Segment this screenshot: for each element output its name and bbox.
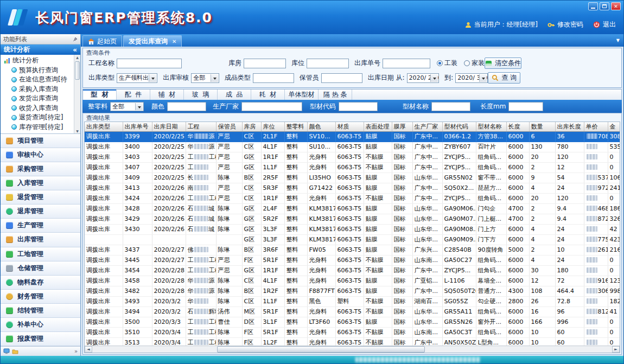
close-button[interactable]: ✕ <box>611 2 621 10</box>
cell[interactable] <box>584 142 608 152</box>
cell[interactable]: C区 <box>242 296 261 306</box>
cell[interactable]: 石城 <box>186 203 216 214</box>
cell[interactable]: 整料 <box>284 276 307 286</box>
cell[interactable]: 2020/3/4 <box>152 327 186 337</box>
cell[interactable]: 537 <box>584 173 608 183</box>
cell[interactable] <box>152 234 186 245</box>
location-input[interactable] <box>307 59 349 68</box>
cell[interactable]: 整料 <box>284 203 307 214</box>
cell[interactable]: 广东中... <box>412 286 442 296</box>
cell[interactable]: 广东兴... <box>412 245 442 255</box>
table-row[interactable]: 调拨出库34932020/3/2华陈琳C区1L1F整料黑色塑料不贴膜国标湖南百.… <box>85 296 620 306</box>
cell[interactable]: 贴膜 <box>364 245 392 255</box>
cell[interactable]: 2020/2/25 <box>152 142 186 152</box>
tree-item[interactable]: 在途信息查询[待 <box>3 75 73 85</box>
cell[interactable]: 26 <box>529 296 555 306</box>
cell[interactable]: 调拨出库 <box>85 214 123 224</box>
cell[interactable]: 调拨出库 <box>85 183 123 193</box>
material-tab[interactable]: 成 品 <box>218 90 251 100</box>
cell[interactable]: FW05 <box>307 245 335 255</box>
cell[interactable]: 972 <box>584 183 608 193</box>
cell[interactable]: 贴膜 <box>364 224 392 234</box>
sidebar-menu-item[interactable]: 退货管理 <box>1 190 80 205</box>
cell[interactable]: G区 <box>242 152 261 162</box>
cell[interactable]: C区 <box>242 183 261 193</box>
cell[interactable]: 不贴膜 <box>364 162 392 173</box>
tree-item[interactable]: 库存管理[待定] <box>3 123 73 132</box>
cell[interactable]: 166 <box>529 317 555 327</box>
cell[interactable]: 9 <box>529 173 555 183</box>
cell[interactable]: 国标 <box>392 214 412 224</box>
cell[interactable]: 2020/3/3 <box>152 317 186 327</box>
table-row[interactable]: 调拨出库34282020/2/26石城陈琳G区2L4F整料KLM38176063… <box>85 203 620 214</box>
table-row[interactable]: 调拨出库33992020/2/25华源严思C区2L1F整料SV10...6063… <box>85 131 620 142</box>
project-name-input[interactable] <box>117 59 182 68</box>
cell[interactable]: 国标 <box>392 296 412 306</box>
cell[interactable]: 山东华... <box>412 306 442 317</box>
cell[interactable]: 3R6F <box>261 245 284 255</box>
cell[interactable]: 严思 <box>216 142 242 152</box>
cell[interactable]: 4700 <box>506 203 529 214</box>
cell[interactable]: 1R1F <box>261 152 284 162</box>
cell[interactable]: 贴膜 <box>364 276 392 286</box>
cell[interactable]: 6000 <box>506 255 529 265</box>
cell[interactable]: 16 <box>529 306 555 317</box>
statistics-section-header[interactable]: 统计分析 « <box>1 44 80 55</box>
cell[interactable]: 123 <box>608 276 620 286</box>
cell[interactable]: 2R5F <box>261 173 284 183</box>
cell[interactable]: C28540B <box>442 245 476 255</box>
cell[interactable]: GR55N02 <box>442 173 476 183</box>
cell[interactable]: 2020/2/27 <box>152 255 186 265</box>
tree-item[interactable]: 统计分析 <box>3 56 73 66</box>
cell[interactable]: 工 <box>186 162 216 173</box>
folder-icon[interactable] <box>12 349 18 354</box>
column-header[interactable]: 膜厚 <box>392 122 412 131</box>
table-row[interactable]: 调拨出库34302020/2/26石城陈琳G区3L3F整料KLM38176063… <box>85 224 620 234</box>
cell[interactable]: 6063-T5 <box>335 317 364 327</box>
cell[interactable]: 不贴膜 <box>364 255 392 265</box>
column-header[interactable]: 出库长度 <box>555 122 584 131</box>
sidebar-menu-item[interactable]: 仓储管理 <box>1 261 80 276</box>
cell[interactable]: 90度转角 <box>476 245 506 255</box>
cell[interactable]: 6063-T5 <box>335 203 364 214</box>
cell[interactable]: 4 <box>529 255 555 265</box>
cell[interactable]: D区 <box>242 317 261 327</box>
tree-item[interactable]: 退货查询[待定] <box>3 113 73 123</box>
cell[interactable]: 2L4F <box>261 203 284 214</box>
cell[interactable]: 0 <box>608 193 620 203</box>
cell[interactable]: 山东华... <box>412 203 442 214</box>
cell[interactable] <box>584 317 608 327</box>
change-password-link[interactable]: 修改密码 <box>547 20 583 29</box>
cell[interactable]: 国标 <box>392 265 412 276</box>
cell[interactable]: 贴膜 <box>364 214 392 224</box>
cell[interactable]: 华源 <box>186 131 216 142</box>
cell[interactable]: KLM3817 <box>307 234 335 245</box>
cell[interactable]: 186 <box>608 203 620 214</box>
cell[interactable]: 0366-1.2 <box>442 131 476 142</box>
tab-close-icon[interactable]: ✕ <box>172 39 176 44</box>
cell[interactable]: 6063-T5 <box>335 234 364 245</box>
table-row[interactable]: 调拨出库34092020/2/25长陈琳B区2R5F整料LI35HO6063-T… <box>85 173 620 183</box>
cell[interactable]: 2 <box>529 214 555 224</box>
cell[interactable]: 华源 <box>186 276 216 286</box>
cell[interactable]: 整料 <box>284 214 307 224</box>
column-header[interactable]: 库位 <box>261 122 284 131</box>
cell[interactable]: 整料 <box>284 286 307 296</box>
cell[interactable]: 广东中... <box>412 142 442 152</box>
cell[interactable]: 3437 <box>123 245 152 255</box>
manufacturer-input[interactable] <box>241 102 302 111</box>
cell[interactable]: 组角码... <box>476 152 506 162</box>
cell[interactable]: 6000 <box>506 173 529 183</box>
cell[interactable]: 2 <box>529 203 555 214</box>
cell[interactable]: 整料 <box>284 193 307 203</box>
table-row[interactable]: G区3L3F整料KLM38176063-T5贴膜国标山东华...GA90M09.… <box>85 234 620 245</box>
cell[interactable]: 严思 <box>216 255 242 265</box>
cell[interactable]: 整料 <box>284 327 307 337</box>
cell[interactable]: 30 <box>529 265 555 276</box>
cell[interactable]: 陈琳 <box>216 276 242 286</box>
cell[interactable]: 国标 <box>392 173 412 183</box>
color-input[interactable] <box>167 102 206 111</box>
cell[interactable]: 2020/2/25 <box>152 131 186 142</box>
cell[interactable]: 2020/2/27 <box>152 245 186 255</box>
profile-name-input[interactable] <box>431 102 470 111</box>
